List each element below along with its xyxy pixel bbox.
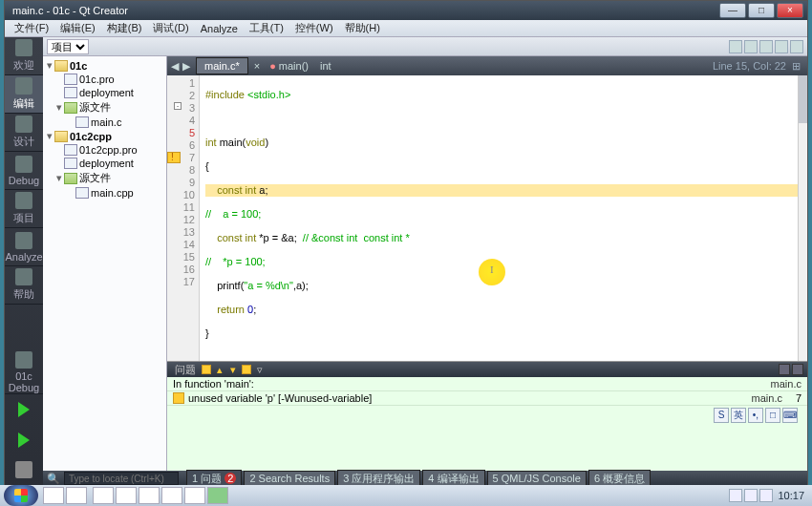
mode-projects[interactable]: 项目	[5, 190, 43, 228]
system-tray[interactable]: 10:17	[728, 489, 812, 502]
monitor-icon	[15, 351, 32, 369]
project-view-combo[interactable]: 项目	[47, 39, 89, 54]
ime-width-icon[interactable]: □	[765, 408, 780, 423]
ime-toolbar[interactable]: S 英 •, □ ⌨	[714, 408, 798, 423]
tree-root-01c[interactable]: ▾01c	[45, 58, 164, 73]
taskbar-app1-icon[interactable]	[93, 487, 114, 504]
tray-network-icon[interactable]	[744, 489, 758, 502]
tray-sound-icon[interactable]	[759, 489, 773, 502]
analyze-icon	[15, 232, 32, 249]
close-button[interactable]: ×	[777, 3, 803, 18]
warning-filter2-icon[interactable]	[242, 365, 251, 374]
ime-softkb-icon[interactable]: ⌨	[782, 408, 798, 423]
close-tab-icon[interactable]: ×	[254, 60, 260, 72]
tray-clock[interactable]: 10:17	[778, 490, 804, 501]
cursor-position: Line 15, Col: 22	[710, 60, 789, 72]
ime-mode-icon[interactable]: S	[714, 408, 729, 423]
editor-scrollbar[interactable]	[798, 75, 807, 361]
minimize-pane-icon[interactable]	[779, 364, 790, 375]
locator-input[interactable]	[64, 472, 179, 485]
warning-icon	[173, 392, 184, 404]
collapse-icon[interactable]	[775, 40, 788, 53]
editor-toolbar: ◀ ▶ main.c* × ● main() int Line 15, Col:…	[167, 56, 807, 75]
line-gutter[interactable]: 1 2 3- 4 5 6 7 8 9 10 11 12 13	[167, 75, 200, 361]
windows-taskbar[interactable]: 10:17	[0, 485, 812, 506]
scrollbar-thumb[interactable]	[799, 75, 807, 123]
out-tab-qmljs[interactable]: 5 QML/JS Console	[487, 471, 587, 486]
tree-pro-01c2cpp[interactable]: 01c2cpp.pro	[45, 143, 164, 157]
sources-folder-icon	[64, 173, 77, 184]
kit-selector[interactable]: 01cDebug	[5, 350, 43, 394]
tree-deploy-01c[interactable]: deployment	[45, 86, 164, 99]
nav-back-icon[interactable]: ◀	[171, 60, 179, 73]
pro-file-icon	[64, 144, 77, 156]
split-icon[interactable]: ⊞	[789, 60, 803, 73]
projects-icon	[15, 192, 32, 209]
taskbar-app4-icon[interactable]	[161, 487, 182, 504]
tree-main-cpp[interactable]: main.cpp	[45, 186, 164, 200]
window-title: main.c - 01c - Qt Creator	[9, 5, 717, 16]
tree-sources-01c2cpp[interactable]: ▾源文件	[45, 170, 164, 186]
tray-flag-icon[interactable]	[729, 489, 742, 502]
filter-icon[interactable]	[729, 40, 742, 53]
tree-root-01c2cpp[interactable]: ▾01c2cpp	[45, 129, 164, 143]
taskbar-app2-icon[interactable]	[116, 487, 137, 504]
mode-analyze[interactable]: Analyze	[5, 228, 43, 266]
file-icon	[64, 158, 77, 169]
warning-filter-icon[interactable]	[202, 365, 211, 374]
ime-punct-icon[interactable]: •,	[748, 408, 763, 423]
play-debug-icon	[18, 432, 30, 448]
maximize-button[interactable]: □	[748, 3, 775, 18]
mode-edit[interactable]: 编辑	[5, 75, 43, 114]
nav-down-icon[interactable]: ▾	[230, 364, 236, 376]
filter-icon[interactable]: ▿	[257, 364, 263, 376]
menu-widgets[interactable]: 控件(W)	[289, 19, 339, 37]
taskbar-app5-icon[interactable]	[184, 487, 205, 504]
design-icon	[15, 116, 32, 133]
add-icon[interactable]	[759, 40, 773, 53]
run-button[interactable]	[5, 394, 43, 425]
ime-lang-icon[interactable]: 英	[731, 408, 746, 423]
symbol-crumb-func[interactable]: ● main()	[264, 58, 314, 74]
taskbar-explorer-icon[interactable]	[43, 487, 64, 504]
mode-debug[interactable]: Debug	[5, 152, 43, 190]
issue-row-header[interactable]: In function 'main': main.c	[167, 377, 807, 391]
menu-build[interactable]: 构建(B)	[101, 19, 148, 37]
menu-help[interactable]: 帮助(H)	[339, 19, 386, 37]
project-tree[interactable]: ▾01c 01c.pro deployment ▾源文件 main.c ▾01c…	[43, 56, 167, 471]
out-tab-search[interactable]: 2 Search Results	[244, 471, 335, 486]
taskbar-chrome-icon[interactable]	[66, 487, 87, 504]
taskbar-qtcreator-icon[interactable]	[207, 487, 228, 504]
symbol-crumb-type[interactable]: int	[314, 58, 337, 74]
code-editor[interactable]: 1 2 3- 4 5 6 7 8 9 10 11 12 13	[167, 75, 807, 361]
issues-toolbar: 问题 ▴ ▾ ▿	[167, 362, 807, 377]
menu-analyze[interactable]: Analyze	[195, 21, 244, 36]
close-pane-icon[interactable]	[790, 40, 803, 53]
issue-row-warning[interactable]: unused variable 'p' [-Wunused-variable] …	[167, 391, 807, 406]
mode-design[interactable]: 设计	[5, 114, 43, 152]
titlebar[interactable]: main.c - 01c - Qt Creator — □ ×	[5, 1, 807, 20]
menu-file[interactable]: 文件(F)	[9, 19, 54, 37]
menu-edit[interactable]: 编辑(E)	[54, 19, 101, 37]
tree-main-c[interactable]: main.c	[45, 116, 164, 129]
search-icon[interactable]: 🔍	[47, 473, 60, 485]
debug-run-button[interactable]	[5, 425, 43, 455]
mode-help[interactable]: 帮助	[5, 266, 43, 305]
sync-icon[interactable]	[744, 40, 758, 53]
tree-deploy-01c2cpp[interactable]: deployment	[45, 157, 164, 170]
tree-sources-01c[interactable]: ▾源文件	[45, 99, 164, 116]
code-area[interactable]: #include <stdio.h> int main(void) { cons…	[200, 75, 807, 361]
menu-debug[interactable]: 调试(D)	[147, 19, 194, 37]
taskbar-app3-icon[interactable]	[139, 487, 160, 504]
tree-pro-01c[interactable]: 01c.pro	[45, 73, 164, 86]
minimize-button[interactable]: —	[719, 3, 746, 18]
start-button[interactable]	[4, 485, 38, 506]
editor-tab-mainc[interactable]: main.c*	[196, 57, 248, 74]
build-button[interactable]	[5, 455, 43, 486]
nav-up-icon[interactable]: ▴	[217, 364, 223, 376]
close-pane-icon[interactable]	[792, 364, 803, 375]
mode-welcome[interactable]: 欢迎	[5, 37, 43, 75]
nav-fwd-icon[interactable]: ▶	[182, 60, 190, 73]
warning-icon[interactable]	[167, 152, 181, 163]
menu-tools[interactable]: 工具(T)	[244, 19, 289, 37]
